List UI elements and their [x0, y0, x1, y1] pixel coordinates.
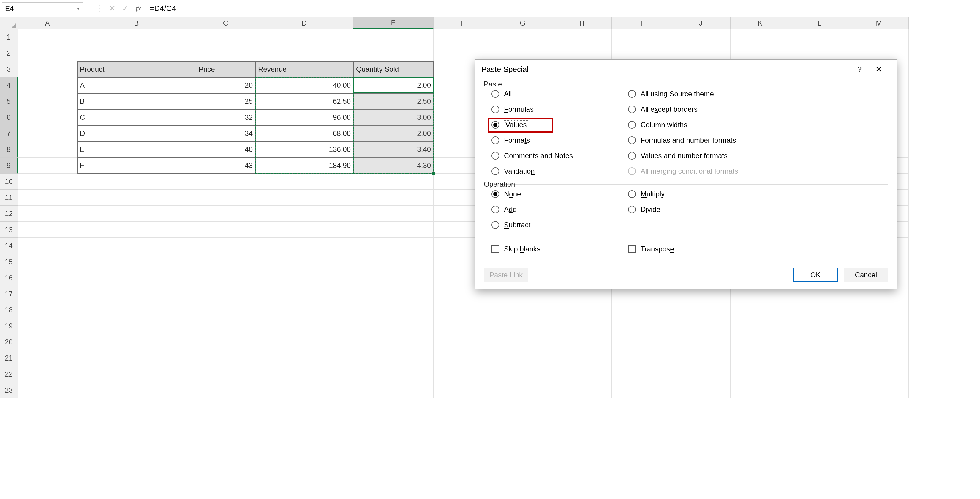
col-header-I[interactable]: I — [612, 17, 671, 29]
col-header-F[interactable]: F — [434, 17, 493, 29]
cell[interactable] — [730, 318, 790, 334]
radio-subtract[interactable]: Subtract — [484, 217, 620, 233]
cell[interactable] — [77, 366, 196, 382]
fx-icon[interactable]: fx — [132, 2, 145, 15]
cell[interactable] — [552, 334, 612, 350]
row-header-21[interactable]: 21 — [0, 350, 18, 366]
cell[interactable] — [196, 45, 255, 61]
cell[interactable] — [671, 45, 730, 61]
row-header-7[interactable]: 7 — [0, 126, 18, 142]
row-header-22[interactable]: 22 — [0, 366, 18, 382]
cell[interactable] — [18, 222, 77, 238]
cell[interactable] — [671, 366, 730, 382]
cell[interactable] — [18, 77, 77, 93]
radio-divide[interactable]: Divide — [620, 202, 888, 217]
name-box-dropdown-icon[interactable]: ▼ — [76, 6, 80, 11]
cell[interactable] — [77, 318, 196, 334]
cell[interactable]: 96.00 — [255, 109, 353, 126]
cell[interactable] — [353, 174, 434, 190]
cell[interactable]: 20 — [196, 77, 255, 93]
radio-comments[interactable]: Comments and Notes — [484, 148, 620, 163]
cell[interactable]: 40 — [196, 142, 255, 158]
cell[interactable] — [434, 366, 493, 382]
row-header-15[interactable]: 15 — [0, 254, 18, 270]
select-all-corner[interactable] — [0, 17, 18, 29]
cell[interactable] — [434, 302, 493, 318]
cell[interactable] — [255, 206, 353, 222]
cell[interactable]: E — [77, 142, 196, 158]
cell[interactable] — [18, 190, 77, 206]
cell[interactable] — [255, 29, 353, 45]
cell[interactable]: 4.30 — [353, 158, 434, 174]
cancel-formula-icon[interactable]: ✕ — [106, 2, 119, 15]
radio-add[interactable]: Add — [484, 202, 620, 217]
cell[interactable] — [552, 366, 612, 382]
cell[interactable] — [612, 302, 671, 318]
col-header-J[interactable]: J — [671, 17, 730, 29]
cell[interactable] — [196, 206, 255, 222]
cell[interactable] — [493, 350, 552, 366]
cell[interactable] — [850, 382, 909, 398]
row-header-20[interactable]: 20 — [0, 334, 18, 350]
cell[interactable] — [790, 350, 850, 366]
cell[interactable] — [434, 45, 493, 61]
cell[interactable] — [353, 382, 434, 398]
cell[interactable] — [493, 366, 552, 382]
radio-all-theme[interactable]: All using Source theme — [620, 86, 888, 102]
cell[interactable] — [353, 334, 434, 350]
cell[interactable] — [77, 286, 196, 302]
cell[interactable] — [353, 222, 434, 238]
cell[interactable] — [493, 45, 552, 61]
help-icon[interactable]: ? — [852, 65, 867, 74]
checkbox-transpose[interactable]: Transpose — [620, 241, 888, 257]
cell[interactable]: C — [77, 109, 196, 126]
cell[interactable] — [196, 190, 255, 206]
cell[interactable] — [790, 366, 850, 382]
cell[interactable] — [790, 45, 850, 61]
cell-quantity-header[interactable]: Quantity Sold — [353, 61, 434, 77]
cell[interactable] — [790, 382, 850, 398]
cell[interactable] — [18, 334, 77, 350]
cell[interactable] — [196, 350, 255, 366]
cell[interactable] — [18, 174, 77, 190]
cell-product-header[interactable]: Product — [77, 61, 196, 77]
cell[interactable] — [196, 29, 255, 45]
cell[interactable] — [18, 206, 77, 222]
cell[interactable] — [493, 382, 552, 398]
cell[interactable] — [196, 254, 255, 270]
cell[interactable] — [77, 254, 196, 270]
cell[interactable] — [18, 29, 77, 45]
cell[interactable] — [850, 318, 909, 334]
cell[interactable]: 2.00 — [353, 126, 434, 142]
cell[interactable] — [552, 29, 612, 45]
row-header-6[interactable]: 6 — [0, 109, 18, 126]
cell[interactable] — [353, 190, 434, 206]
cell[interactable] — [77, 350, 196, 366]
cell[interactable] — [255, 190, 353, 206]
cell[interactable] — [730, 302, 790, 318]
radio-multiply[interactable]: Multiply — [620, 187, 888, 202]
cell[interactable]: F — [77, 158, 196, 174]
row-header-17[interactable]: 17 — [0, 286, 18, 302]
cell[interactable] — [255, 382, 353, 398]
cell[interactable] — [255, 350, 353, 366]
cell[interactable] — [730, 350, 790, 366]
paste-link-button[interactable]: Paste Link — [484, 268, 528, 282]
cell[interactable] — [196, 238, 255, 254]
row-header-5[interactable]: 5 — [0, 93, 18, 109]
cell[interactable] — [196, 302, 255, 318]
cell[interactable] — [434, 334, 493, 350]
cell[interactable] — [552, 318, 612, 334]
cell[interactable] — [552, 45, 612, 61]
cell[interactable] — [850, 29, 909, 45]
cell[interactable] — [434, 350, 493, 366]
cell[interactable] — [77, 190, 196, 206]
radio-none[interactable]: None — [484, 187, 620, 202]
cell[interactable] — [353, 29, 434, 45]
cell[interactable] — [850, 302, 909, 318]
cell[interactable] — [612, 382, 671, 398]
options-dots-icon[interactable]: ⋮ — [93, 2, 106, 15]
cell[interactable] — [612, 29, 671, 45]
row-header-12[interactable]: 12 — [0, 206, 18, 222]
cell[interactable] — [77, 238, 196, 254]
